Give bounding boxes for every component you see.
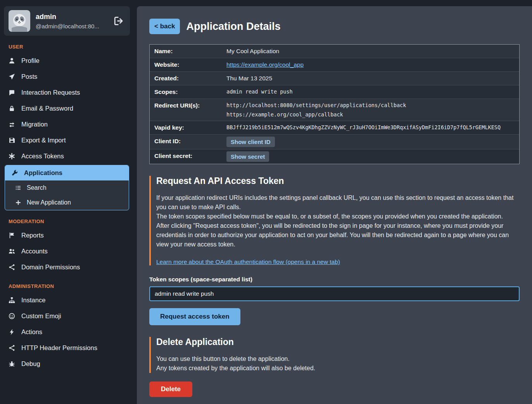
sidebar-item-label: Debug	[21, 360, 40, 368]
row-key: Name:	[150, 45, 222, 58]
main-panel: < back Application Details Name: My Cool…	[137, 6, 532, 404]
row-value: Thu Mar 13 2025	[222, 72, 519, 85]
sidebar-item-access-tokens[interactable]: Access Tokens	[0, 148, 134, 164]
flag-icon	[9, 232, 15, 239]
oauth-docs-link[interactable]: Learn more about the OAuth authenticatio…	[156, 258, 340, 265]
sidebar-item-profile[interactable]: Profile	[0, 53, 134, 69]
application-details-table: Name: My Cool Application Website: https…	[149, 44, 520, 164]
applications-group: Applications Search New Application	[5, 165, 129, 210]
section-label-moderation: MODERATION	[9, 218, 125, 224]
redirect-uri-1: http://localhost:8080/settings/user/appl…	[226, 102, 515, 108]
sidebar-item-label: Applications	[24, 169, 62, 177]
sidebar-item-label: Instance	[21, 296, 45, 304]
sidebar-item-label: HTTP Header Permissions	[21, 344, 97, 352]
token-scopes-label: Token scopes (space-separated list)	[149, 276, 520, 283]
sidebar-item-domain-permissions[interactable]: Domain Permissions	[0, 259, 134, 275]
delete-button[interactable]: Delete	[149, 381, 192, 397]
sidebar-item-label: Profile	[21, 57, 40, 64]
share-nodes-icon	[9, 345, 15, 351]
row-value: BBJffJ219b5iE512m7wQSzv4KgKDhgZZVzNyWC_r…	[222, 121, 519, 134]
sidebar-item-reports[interactable]: Reports	[0, 227, 134, 243]
sign-out-icon[interactable]	[114, 16, 124, 26]
table-row-scopes: Scopes: admin read write push	[150, 85, 519, 99]
sidebar-item-label: Migration	[21, 121, 48, 128]
sidebar-item-export-import[interactable]: Export & Import	[0, 132, 134, 148]
section-label-administration: ADMINISTRATION	[9, 283, 125, 289]
sidebar-item-label: Reports	[21, 232, 44, 239]
request-token-section: Request An API Access Token If your appl…	[149, 176, 520, 265]
user-card[interactable]: admin @admin@localhost:80...	[4, 6, 130, 36]
table-row-website: Website: https://example.org/cool_app	[150, 58, 519, 72]
row-key: Client ID:	[150, 135, 222, 148]
exchange-arrows-icon	[9, 121, 15, 128]
username: admin	[36, 13, 99, 21]
table-row-created: Created: Thu Mar 13 2025	[150, 72, 519, 85]
row-value: admin read write push	[222, 85, 519, 98]
list-icon	[15, 185, 21, 191]
sidebar-item-http-header-permissions[interactable]: HTTP Header Permissions	[0, 340, 134, 356]
share-nodes-icon	[9, 264, 15, 270]
avatar	[9, 10, 30, 32]
sidebar-item-actions[interactable]: Actions	[0, 324, 134, 340]
sidebar-item-label: Actions	[21, 328, 42, 336]
bug-icon	[9, 361, 15, 367]
sidebar-item-debug[interactable]: Debug	[0, 356, 134, 372]
section-paragraph: After clicking "Request access token", y…	[156, 221, 520, 249]
row-key: Redirect URI(s):	[150, 99, 222, 112]
sidebar-item-new-application[interactable]: New Application	[5, 195, 129, 210]
row-key: Scopes:	[150, 85, 222, 99]
section-paragraph: If your application redirect URIs includ…	[156, 193, 520, 212]
sidebar-item-label: Domain Permissions	[21, 264, 80, 271]
section-paragraph: You can use this button to delete the ap…	[156, 354, 520, 364]
row-value: Show secret	[222, 149, 519, 164]
row-value: http://localhost:8080/settings/user/appl…	[222, 99, 519, 121]
sidebar-item-label: Search	[27, 184, 47, 191]
sidebar-item-label: Posts	[21, 73, 37, 80]
row-value: My Cool Application	[222, 45, 519, 58]
table-row-vapid-key: Vapid key: BBJffJ219b5iE512m7wQSzv4KgKDh…	[150, 121, 519, 135]
row-value: Show client ID	[222, 135, 519, 149]
request-access-token-button[interactable]: Request access token	[149, 308, 240, 325]
sidebar-item-label: Accounts	[21, 248, 48, 255]
sidebar-item-label: Export & Import	[21, 137, 66, 144]
bolt-icon	[9, 329, 15, 335]
sidebar-item-migration[interactable]: Migration	[0, 116, 134, 132]
sidebar-item-label: New Application	[27, 199, 71, 206]
sidebar-item-label: Access Tokens	[21, 153, 64, 160]
redirect-uri-2: https://example.org/cool_app/callback	[226, 111, 515, 118]
page-title: Application Details	[186, 21, 280, 33]
back-button[interactable]: < back	[149, 19, 180, 34]
table-row-client-secret: Client secret: Show secret	[150, 149, 519, 164]
sidebar-item-email-password[interactable]: Email & Password	[0, 101, 134, 116]
smile-icon	[9, 313, 15, 319]
website-link[interactable]: https://example.org/cool_app	[226, 61, 304, 68]
sidebar-item-interaction-requests[interactable]: Interaction Requests	[0, 85, 134, 101]
token-scopes-input[interactable]	[149, 286, 520, 301]
sidebar-item-applications[interactable]: Applications	[5, 165, 129, 180]
sidebar-item-applications-search[interactable]: Search	[5, 180, 129, 195]
show-secret-button[interactable]: Show secret	[226, 151, 269, 162]
row-key: Created:	[150, 72, 222, 85]
table-row-redirect-uris: Redirect URI(s): http://localhost:8080/s…	[150, 99, 519, 121]
table-row-name: Name: My Cool Application	[150, 45, 519, 58]
sidebar-item-label: Interaction Requests	[21, 89, 80, 96]
section-title: Delete Application	[156, 337, 520, 347]
sidebar-item-label: Custom Emoji	[21, 312, 61, 320]
user-icon	[9, 57, 15, 64]
row-value: https://example.org/cool_app	[222, 58, 519, 71]
row-key: Website:	[150, 58, 222, 71]
sidebar-item-posts[interactable]: Posts	[0, 69, 134, 85]
show-client-id-button[interactable]: Show client ID	[226, 137, 275, 147]
lock-icon	[9, 105, 15, 112]
certificate-icon	[9, 153, 15, 160]
sidebar-item-custom-emoji[interactable]: Custom Emoji	[0, 308, 134, 324]
wrench-icon	[12, 170, 18, 176]
sidebar-item-accounts[interactable]: Accounts	[0, 243, 134, 259]
sidebar-item-label: Email & Password	[21, 105, 73, 112]
users-icon	[9, 248, 15, 255]
plus-icon	[15, 199, 21, 206]
sidebar-item-instance[interactable]: Instance	[0, 292, 134, 308]
sidebar: admin @admin@localhost:80... USER Profil…	[0, 0, 134, 404]
row-key: Vapid key:	[150, 121, 222, 134]
floppy-disk-icon	[9, 137, 15, 144]
